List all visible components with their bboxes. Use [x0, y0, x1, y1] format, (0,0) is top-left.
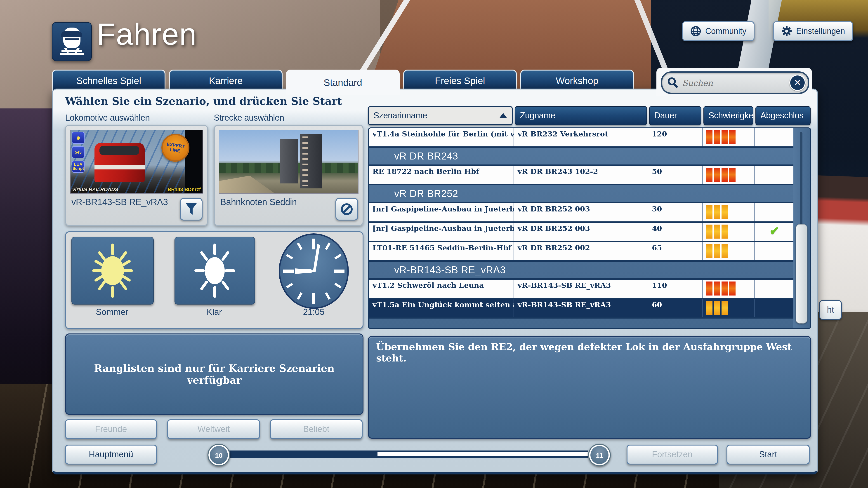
- start-button[interactable]: Start: [726, 445, 810, 464]
- scenario-name-cell: [nr] Gaspipeline-Ausbau in Jueterbog (1/…: [369, 203, 514, 221]
- table-scrollbar[interactable]: [794, 128, 810, 328]
- difficulty-cell: [702, 280, 754, 298]
- time-slider-track-filled[interactable]: [228, 451, 377, 458]
- main-menu-button[interactable]: Hauptmenü: [65, 445, 157, 464]
- loco-filter-button[interactable]: [180, 198, 203, 221]
- weather-label: Klar: [175, 307, 254, 317]
- table-header-cell[interactable]: Dauer: [649, 106, 701, 125]
- scenario-table: vT1.4a Steinkohle für Berlin (mit vR 232…: [368, 127, 811, 329]
- group-header-row[interactable]: vR DR BR243: [369, 148, 794, 166]
- scenario-name-cell: RE 18722 nach Berlin Hbf: [369, 166, 514, 184]
- difficulty-bar: [714, 168, 720, 182]
- difficulty-bars: [706, 300, 728, 315]
- edge-clipped-button[interactable]: ht: [819, 300, 842, 320]
- difficulty-bar: [714, 130, 720, 144]
- table-row[interactable]: vT1.5a Ein Unglück kommt selten allein (…: [369, 299, 794, 319]
- close-icon: ✕: [794, 78, 801, 88]
- difficulty-bar: [721, 301, 728, 315]
- scenario-selection-panel: Wählen Sie ein Szenario, und drücken Sie…: [52, 89, 818, 475]
- community-button[interactable]: Community: [682, 21, 754, 41]
- selected-loco-card[interactable]: ◉ 543 LUA Script EXPERT LINE virtual RAI…: [65, 125, 208, 226]
- difficulty-bars: [706, 167, 736, 182]
- completed-check-icon: ✔: [770, 224, 779, 238]
- table-row[interactable]: vT1.4a Steinkohle für Berlin (mit vR 232…: [369, 128, 794, 148]
- weather-tile[interactable]: [175, 237, 255, 304]
- group-header-label: vR DR BR243: [394, 150, 458, 162]
- settings-button[interactable]: Einstellungen: [773, 21, 853, 41]
- difficulty-bar: [721, 282, 728, 295]
- leaderboard-filter-label: Weltweit: [197, 424, 230, 434]
- continue-button[interactable]: Fortsetzen: [627, 445, 718, 464]
- tab-label: Freies Spiel: [435, 75, 485, 86]
- leaderboard-filter-button[interactable]: Freunde: [65, 419, 157, 439]
- difficulty-bar: [714, 205, 720, 219]
- duration-cell: 110: [648, 280, 702, 298]
- loco-name: vR-BR143-SB RE_vRA3: [71, 197, 168, 207]
- difficulty-bar: [721, 130, 728, 144]
- train-name-cell: vR-BR143-SB RE_vRA3: [514, 280, 648, 298]
- completed-cell: [754, 280, 794, 298]
- route-thumbnail: [219, 130, 359, 194]
- selected-route-card[interactable]: Bahnknoten Seddin: [214, 125, 364, 226]
- season-label: Sommer: [71, 307, 153, 317]
- difficulty-bar: [706, 225, 712, 238]
- leaderboard-filter-button[interactable]: Weltweit: [167, 419, 260, 439]
- clear-search-button[interactable]: ✕: [789, 74, 806, 91]
- table-row[interactable]: [nr] Gaspipeline-Ausbau in Jueterbog (1/…: [369, 203, 794, 223]
- table-header-cell[interactable]: Schwierigke: [704, 106, 753, 125]
- globe-icon: [690, 26, 701, 37]
- leaderboard-panel: Ranglisten sind nur für Karriere Szenari…: [65, 333, 364, 415]
- sun-icon-summer: [88, 241, 137, 300]
- table-header-cell[interactable]: Abgeschlos: [755, 106, 811, 125]
- difficulty-bar: [706, 130, 712, 144]
- slider-handle-start[interactable]: 10: [208, 444, 230, 466]
- duration-cell: 40: [648, 223, 702, 241]
- train-name-cell: vR DR BR252 003: [514, 203, 648, 221]
- search-field[interactable]: ✕: [661, 71, 809, 94]
- difficulty-bar: [714, 282, 720, 295]
- loco-addon-badges: ◉ 543 LUA Script: [72, 132, 85, 173]
- continue-label: Fortsetzen: [652, 450, 692, 459]
- difficulty-cell: [702, 242, 754, 260]
- tab-freies-spiel[interactable]: Freies Spiel: [403, 70, 517, 91]
- tab-standard[interactable]: Standard: [286, 70, 400, 95]
- time-slider-track-empty[interactable]: [377, 451, 588, 458]
- difficulty-bars: [706, 243, 728, 258]
- group-header-row[interactable]: vR-BR143-SB RE_vRA3: [369, 262, 794, 280]
- table-row[interactable]: LT01-RE 51465 Seddin-Berlin-Hbf vR DR BR…: [369, 242, 794, 262]
- season-tile[interactable]: [71, 237, 154, 304]
- filter-funnel-icon: [185, 203, 197, 216]
- slider-handle-end[interactable]: 11: [588, 444, 611, 466]
- route-clear-button[interactable]: [336, 198, 358, 221]
- loco-thumbnail: ◉ 543 LUA Script EXPERT LINE virtual RAI…: [70, 130, 203, 194]
- clock-icon: [277, 233, 351, 311]
- tab-karriere[interactable]: Karriere: [169, 70, 283, 91]
- search-input[interactable]: [680, 78, 789, 88]
- table-row[interactable]: vT1.2 Schweröl nach Leuna vR-BR143-SB RE…: [369, 280, 794, 299]
- app-logo-train-icon: [52, 22, 92, 61]
- loco-model: BR143 BDnrzf: [167, 187, 201, 192]
- tab-schnelles-spiel[interactable]: Schnelles Spiel: [52, 70, 165, 91]
- tab-workshop[interactable]: Workshop: [520, 70, 634, 91]
- scenario-name-cell: [nr] Gaspipeline-Ausbau in Jueterbog (2/…: [369, 223, 514, 241]
- train-name-cell: vR DR BR252 003: [514, 223, 648, 241]
- tab-label: Standard: [324, 77, 362, 88]
- difficulty-cell: [702, 223, 754, 241]
- loco-photo-stripe: [94, 166, 145, 169]
- table-header-cell[interactable]: Zugname: [515, 106, 647, 125]
- scrollbar-thumb[interactable]: [796, 224, 807, 324]
- difficulty-bars: [706, 205, 728, 219]
- difficulty-bar: [729, 168, 736, 182]
- table-header-cell[interactable]: Szenarioname: [368, 106, 513, 125]
- train-name-cell: vR-BR143-SB RE_vRA3: [514, 299, 648, 317]
- time-dial[interactable]: [277, 233, 351, 313]
- leaderboard-filter-button[interactable]: Beliebt: [270, 419, 363, 439]
- badge-lua-script: LUA Script: [72, 161, 85, 173]
- group-header-row[interactable]: vR DR BR252: [369, 185, 794, 203]
- table-header-label: Zugname: [520, 111, 555, 121]
- table-header-label: Abgeschlos: [761, 111, 803, 121]
- difficulty-bar: [729, 282, 736, 295]
- table-row[interactable]: [nr] Gaspipeline-Ausbau in Jueterbog (2/…: [369, 223, 794, 242]
- train-name-cell: vR DR BR252 002: [514, 242, 648, 260]
- table-row[interactable]: RE 18722 nach Berlin Hbf vR DR BR243 102…: [369, 166, 794, 185]
